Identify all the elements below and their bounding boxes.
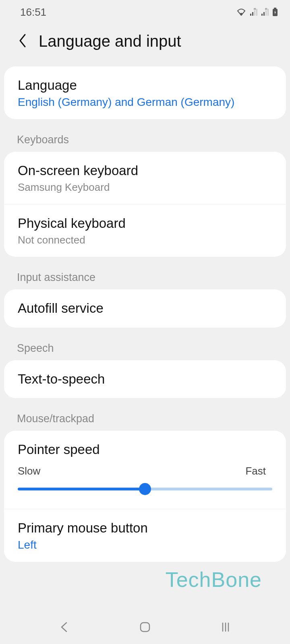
autofill-row[interactable]: Autofill service [4,289,286,328]
signal-icon-2: R [261,8,269,16]
status-bar: 16:51 R R [0,0,290,23]
page-header: Language and input [0,23,290,66]
keyboards-card: On-screen keyboard Samsung Keyboard Phys… [4,152,286,257]
page-title: Language and input [39,32,181,50]
physical-keyboard-row[interactable]: Physical keyboard Not connected [4,204,286,257]
tts-row[interactable]: Text-to-speech [4,360,286,398]
onscreen-keyboard-value: Samsung Keyboard [18,181,272,194]
onscreen-keyboard-title: On-screen keyboard [18,162,272,180]
battery-icon [272,8,278,17]
status-icons: R R [236,8,278,17]
slider-slow-label: Slow [18,465,40,477]
slider-fill [18,488,145,491]
mouse-card: Pointer speed Slow Fast Primary mouse bu… [4,431,286,562]
pointer-speed-slider[interactable] [18,483,272,495]
nav-home-button[interactable] [139,621,151,635]
signal-icon-1: R [250,8,258,16]
svg-rect-13 [141,623,149,632]
slider-empty [145,488,272,491]
section-keyboards: Keyboards [0,125,290,152]
status-time: 16:51 [20,6,46,19]
pointer-speed-title: Pointer speed [18,441,272,458]
physical-keyboard-value: Not connected [18,234,272,246]
svg-text:R: R [254,8,256,11]
svg-point-0 [240,13,242,15]
language-card: Language English (Germany) and German (G… [4,66,286,119]
physical-keyboard-title: Physical keyboard [18,215,272,232]
wifi-icon [236,8,246,16]
svg-rect-1 [250,14,251,16]
language-value: English (Germany) and German (Germany) [18,96,272,109]
section-input-assistance: Input assistance [0,262,290,289]
nav-recents-button[interactable] [220,621,232,635]
svg-rect-2 [252,12,253,16]
slider-thumb[interactable] [139,483,151,495]
tts-title: Text-to-speech [18,371,272,388]
primary-mouse-row[interactable]: Primary mouse button Left [4,509,286,562]
slider-labels: Slow Fast [18,465,272,477]
back-button[interactable] [18,33,27,50]
primary-mouse-value: Left [18,539,272,551]
autofill-title: Autofill service [18,300,272,317]
svg-rect-4 [256,9,257,16]
language-row[interactable]: Language English (Germany) and German (G… [4,66,286,119]
chevron-left-icon [18,33,27,48]
svg-rect-9 [267,9,269,16]
nav-recents-icon [220,621,232,633]
language-title: Language [18,77,272,94]
primary-mouse-title: Primary mouse button [18,520,272,537]
nav-back-button[interactable] [58,621,70,635]
input-assistance-card: Autofill service [4,289,286,328]
nav-home-icon [139,621,151,633]
speech-card: Text-to-speech [4,360,286,398]
svg-rect-7 [263,12,265,16]
svg-text:R: R [265,8,267,11]
svg-rect-3 [254,10,255,16]
svg-rect-12 [274,8,276,9]
section-mouse: Mouse/trackpad [0,404,290,431]
watermark: TechBone [166,568,262,592]
navigation-bar [0,612,290,644]
nav-back-icon [58,621,70,633]
svg-rect-8 [265,10,267,16]
section-speech: Speech [0,333,290,360]
slider-fast-label: Fast [245,465,272,477]
pointer-speed-row: Pointer speed Slow Fast [4,431,286,509]
svg-rect-6 [261,14,263,16]
onscreen-keyboard-row[interactable]: On-screen keyboard Samsung Keyboard [4,152,286,204]
